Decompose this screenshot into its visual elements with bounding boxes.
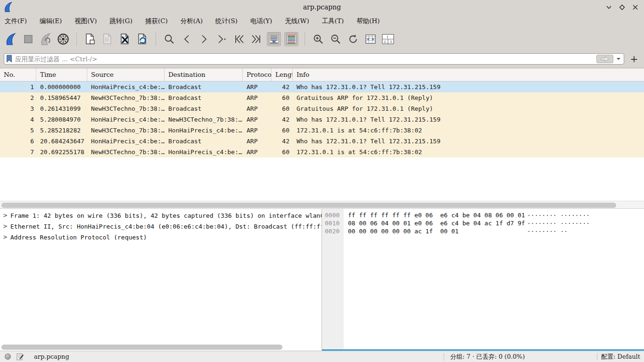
- statusbar-profile[interactable]: 配置: Default: [597, 353, 644, 361]
- goto-packet-icon[interactable]: [215, 32, 229, 46]
- zoom-in-icon[interactable]: [311, 32, 325, 46]
- capture-options-gear-icon[interactable]: [56, 32, 70, 46]
- column-header-protocol[interactable]: Protocol: [243, 68, 272, 81]
- filter-dropdown-caret-icon[interactable]: [616, 57, 622, 61]
- save-file-icon[interactable]: [100, 32, 115, 46]
- packet-list-empty-area: [0, 157, 644, 201]
- window-title: arp.pcapng: [0, 3, 644, 11]
- packet-row-4[interactable]: 45.280084970HonHaiPrecis_c4:be:…NewH3CTe…: [0, 114, 644, 125]
- display-filter-field[interactable]: [4, 53, 624, 65]
- menu-view[interactable]: 视图(V): [74, 17, 97, 25]
- packet-row-6[interactable]: 620.684243647HonHaiPrecis_c4:be:…Broadca…: [0, 136, 644, 147]
- expander-icon[interactable]: >: [0, 210, 10, 221]
- packet-bytes-pane: 0000 ff ff ff ff ff ff e0 06 e6 c4 be 04…: [322, 209, 644, 351]
- expander-icon[interactable]: >: [0, 221, 10, 232]
- packet-row-2[interactable]: 20.158965447NewH3CTechno_7b:38:…Broadcas…: [0, 92, 644, 103]
- packet-row-7[interactable]: 720.692255178NewH3CTechno_7b:38:…HonHaiP…: [0, 147, 644, 157]
- menu-go[interactable]: 跳转(G): [110, 17, 132, 25]
- column-header-source[interactable]: Source: [87, 68, 165, 81]
- zoom-reset-icon[interactable]: [346, 32, 360, 46]
- find-packet-icon[interactable]: [162, 32, 176, 46]
- detail-ethernet-row[interactable]: > Ethernet II, Src: HonHaiPrecis_c4:be:0…: [0, 221, 322, 232]
- restart-capture-icon[interactable]: [39, 32, 53, 46]
- column-header-time[interactable]: Time: [36, 68, 87, 81]
- expander-icon[interactable]: >: [0, 232, 10, 243]
- last-packet-icon[interactable]: [249, 32, 264, 46]
- menu-file[interactable]: 文件(F): [5, 17, 27, 25]
- menu-wireless[interactable]: 无线(W): [285, 17, 309, 25]
- minimize-icon[interactable]: [604, 3, 613, 11]
- detail-arp-row[interactable]: > Address Resolution Protocol (request): [0, 232, 322, 243]
- close-icon[interactable]: [631, 3, 639, 11]
- packet-list: 10.000000000HonHaiPrecis_c4:be:…Broadcas…: [0, 82, 644, 157]
- column-header-no[interactable]: No.: [0, 68, 36, 81]
- column-header-info[interactable]: Info: [293, 68, 644, 81]
- next-packet-icon[interactable]: [197, 32, 211, 46]
- close-file-icon[interactable]: [118, 32, 132, 46]
- hex-row-0000[interactable]: 0000 ff ff ff ff ff ff e0 06 e6 c4 be 04…: [322, 211, 644, 219]
- column-header-destination[interactable]: Destination: [165, 68, 243, 81]
- menu-help[interactable]: 帮助(H): [356, 17, 380, 25]
- open-file-icon[interactable]: [83, 32, 97, 46]
- add-filter-button-icon[interactable]: +: [628, 53, 640, 65]
- auto-scroll-toggle[interactable]: [267, 32, 281, 46]
- scrollbar-thumb[interactable]: [1, 203, 616, 208]
- colorize-toggle[interactable]: [284, 32, 298, 46]
- maximize-icon[interactable]: [618, 3, 626, 11]
- menu-tools[interactable]: 工具(T): [322, 17, 344, 25]
- menu-analyze[interactable]: 分析(A): [181, 17, 203, 25]
- stop-capture-icon[interactable]: [21, 32, 35, 46]
- hex-row-0010[interactable]: 0010 08 00 06 04 00 01 e0 06 e6 c4 be 04…: [322, 219, 644, 227]
- previous-packet-icon[interactable]: [180, 32, 194, 46]
- hex-row-0020[interactable]: 0020 00 00 00 00 00 00 ac 1f 00 01 ·····…: [322, 227, 644, 235]
- capture-comment-icon[interactable]: [17, 353, 24, 361]
- packet-list-hscrollbar[interactable]: [0, 201, 644, 209]
- packet-details-pane: > Frame 1: 42 bytes on wire (336 bits), …: [0, 209, 322, 351]
- menu-bar: 文件(F) 编辑(E) 视图(V) 跳转(G) 捕获(C) 分析(A) 统计(S…: [0, 14, 644, 28]
- display-filter-input[interactable]: [15, 55, 594, 63]
- first-packet-icon[interactable]: [232, 32, 246, 46]
- column-header-length[interactable]: Length: [272, 68, 293, 81]
- toolbar-separator: [156, 33, 156, 46]
- details-hscrollbar[interactable]: [0, 344, 322, 351]
- svg-text:2: 2: [384, 40, 386, 43]
- apply-filter-arrow-icon[interactable]: [596, 55, 613, 63]
- scrollbar-thumb[interactable]: [1, 345, 282, 350]
- title-bar: arp.pcapng: [0, 0, 644, 14]
- layout-icon[interactable]: 1 2 3: [381, 32, 395, 46]
- toolbar-separator: [305, 33, 305, 46]
- resize-columns-icon[interactable]: [363, 32, 378, 46]
- start-capture-icon[interactable]: [4, 32, 18, 46]
- statusbar-filename[interactable]: arp.pcapng: [34, 353, 69, 360]
- packet-list-header: No. Time Source Destination Protocol Len…: [0, 68, 644, 82]
- menu-statistics[interactable]: 统计(S): [215, 17, 238, 25]
- statusbar-packet-counts: 分组: 7 · 已丢弃: 0 (0.0%): [444, 353, 597, 361]
- detail-frame-row[interactable]: > Frame 1: 42 bytes on wire (336 bits), …: [0, 210, 322, 221]
- packet-row-5[interactable]: 55.285218282NewH3CTechno_7b:38:…HonHaiPr…: [0, 125, 644, 136]
- toolbar-separator: [76, 33, 77, 46]
- expert-info-icon[interactable]: [5, 354, 11, 360]
- wireshark-window: arp.pcapng 文件(F) 编辑(E) 视图(V) 跳转(G) 捕获(C)…: [0, 0, 644, 362]
- menu-telephony[interactable]: 电话(Y): [250, 17, 272, 25]
- menu-capture[interactable]: 捕获(C): [145, 17, 168, 25]
- filter-bar: +: [0, 49, 644, 68]
- svg-text:1: 1: [387, 35, 388, 39]
- status-bar: arp.pcapng 分组: 7 · 已丢弃: 0 (0.0%) 配置: Def…: [0, 351, 644, 362]
- main-toolbar: 1 2 3: [0, 28, 644, 49]
- menu-edit[interactable]: 编辑(E): [40, 17, 62, 25]
- reload-file-icon[interactable]: [135, 32, 149, 46]
- svg-text:3: 3: [390, 40, 392, 43]
- zoom-out-icon[interactable]: [329, 32, 343, 46]
- bookmark-icon[interactable]: [6, 55, 12, 63]
- packet-row-1[interactable]: 10.000000000HonHaiPrecis_c4:be:…Broadcas…: [0, 82, 644, 92]
- packet-row-3[interactable]: 30.261431099NewH3CTechno_7b:38:…Broadcas…: [0, 103, 644, 114]
